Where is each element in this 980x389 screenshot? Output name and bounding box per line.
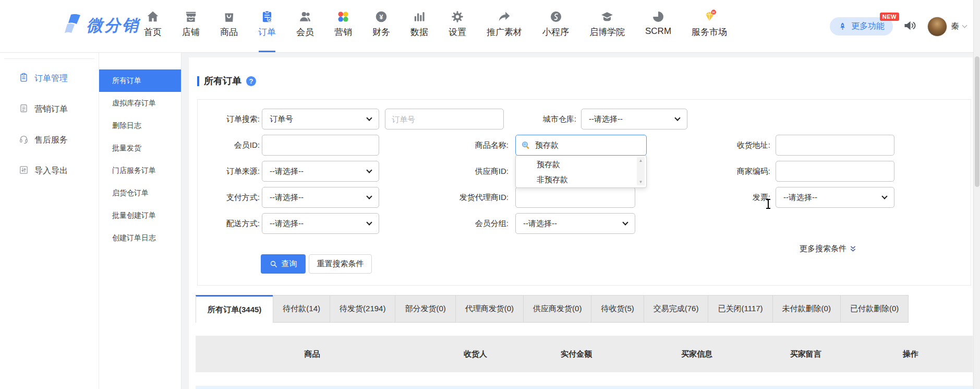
col-actions: 操作 — [849, 349, 973, 359]
tab-completed[interactable]: 交易完成(76) — [644, 295, 709, 323]
dropdown-option-non-prepaid[interactable]: 非预存款 — [516, 172, 646, 187]
nav-item-academy[interactable]: 启博学院 — [589, 7, 625, 38]
nav-item-scrm[interactable]: SCRM — [645, 7, 671, 38]
title-accent-bar — [197, 76, 199, 86]
rocket-icon — [838, 22, 847, 31]
scroll-up-icon[interactable]: ▲ — [639, 158, 643, 163]
pay-method-label: 支付方式: — [197, 187, 260, 208]
member-id-label: 会员ID: — [197, 135, 260, 156]
nav-item-shop[interactable]: 店铺 — [182, 7, 200, 38]
reset-search-button[interactable]: 重置搜索条件 — [309, 254, 372, 274]
finance-icon: ¥ — [374, 7, 388, 23]
logo-mark-icon — [61, 13, 82, 39]
tab-partial-shipment[interactable]: 部分发货(0) — [395, 295, 455, 323]
submenu-sidebar: 所有订单 虚拟库存订单 删除日志 批量发货 门店服务订单 启货仓订单 批量创建订… — [99, 53, 182, 389]
scrollbar-thumb[interactable] — [975, 56, 979, 187]
nav-item-service-market[interactable]: H 服务市场 — [692, 7, 727, 38]
invoice-label: 发票: — [687, 187, 770, 208]
order-source-select[interactable]: --请选择-- — [262, 161, 379, 182]
search-button[interactable]: 查询 — [261, 254, 306, 274]
svg-text:¥: ¥ — [380, 14, 383, 21]
nav-item-home[interactable]: 首页 — [144, 7, 162, 38]
tab-paid-deleted[interactable]: 已付款删除(0) — [840, 295, 909, 323]
tab-agent-shipment[interactable]: 代理商发货(0) — [455, 295, 524, 323]
order-status-tabs: 所有订单(3445) 待付款(14) 待发货(2194) 部分发货(0) 代理商… — [196, 295, 909, 323]
chevron-down-icon — [962, 23, 967, 28]
nav-item-data[interactable]: 数据 — [410, 7, 428, 38]
more-features-button[interactable]: 更多功能 NEW — [830, 17, 893, 36]
nav-item-finance[interactable]: ¥ 财务 — [372, 7, 390, 38]
product-name-dropdown: 预存款 非预存款 ▲ ▼ — [515, 155, 647, 188]
nav-item-marketing[interactable]: 营销 — [334, 7, 352, 38]
promo-material-icon — [498, 7, 511, 23]
svg-text:H: H — [712, 10, 715, 14]
chevron-down-icon — [622, 219, 628, 225]
product-name-input[interactable]: 预存款 — [515, 135, 647, 156]
col-buyer-message: 买家留言 — [763, 349, 849, 359]
nav-item-settings[interactable]: 设置 — [449, 7, 466, 38]
dropdown-option-prepaid[interactable]: 预存款 — [516, 157, 646, 172]
submenu-item-virtual-stock-orders[interactable]: 虚拟库存订单 — [99, 92, 181, 114]
city-warehouse-select[interactable]: --请选择-- — [581, 109, 687, 129]
submenu-item-qihuo-warehouse-orders[interactable]: 启货仓订单 — [99, 182, 181, 204]
sidebar-item-after-sales[interactable]: 售后服务 — [0, 125, 99, 156]
tab-supplier-shipment[interactable]: 供应商发货(0) — [523, 295, 591, 323]
chevron-down-icon — [881, 193, 887, 199]
order-no-field — [385, 109, 504, 129]
ship-agent-id-input[interactable] — [516, 187, 635, 207]
nav-item-mini-program[interactable]: 小程序 — [542, 7, 569, 38]
sidebar-item-marketing-order[interactable]: 营销订单 — [0, 94, 99, 125]
nav-item-order[interactable]: 订单 — [258, 7, 276, 38]
submenu-item-batch-ship[interactable]: 批量发货 — [99, 137, 181, 159]
member-group-select[interactable]: --请选择-- — [515, 213, 635, 234]
academy-icon — [600, 7, 614, 23]
submenu-item-all-orders[interactable]: 所有订单 — [99, 69, 181, 92]
app-logo[interactable]: 微分销 — [61, 13, 140, 39]
search-icon — [521, 140, 531, 150]
nav-item-promo-material[interactable]: 推广素材 — [487, 7, 522, 38]
supplier-id-label: 供应商ID: — [425, 161, 509, 182]
merchant-code-input[interactable] — [776, 161, 894, 181]
nav-item-product[interactable]: 商品 — [220, 7, 238, 38]
order-search-type-select[interactable]: 订单号 — [262, 109, 379, 129]
submenu-item-create-order-log[interactable]: 创建订单日志 — [99, 227, 181, 249]
sidebar-item-order-management[interactable]: 订单管理 — [0, 63, 99, 94]
tab-pending-payment[interactable]: 待付款(14) — [273, 295, 330, 323]
main-content: 所有订单 ? 订单搜索: 订单号 城市仓库: --请选择-- 会员ID: 商品名… — [189, 57, 973, 389]
member-id-input[interactable] — [262, 135, 379, 155]
order-row-top-strip — [196, 386, 973, 389]
tab-pending-receipt[interactable]: 待收货(5) — [591, 295, 644, 323]
import-export-icon — [19, 165, 29, 177]
submenu-item-delete-log[interactable]: 删除日志 — [99, 114, 181, 137]
text-cursor — [768, 199, 769, 208]
scroll-down-icon[interactable]: ▼ — [639, 180, 643, 184]
page-scrollbar[interactable] — [973, 0, 980, 389]
receiver-address-input[interactable] — [776, 135, 894, 155]
delivery-method-select[interactable]: --请选择-- — [262, 213, 379, 234]
invoice-select[interactable]: --请选择-- — [776, 187, 894, 208]
dropdown-scrollbar[interactable]: ▲ ▼ — [637, 157, 645, 185]
tab-pending-shipment[interactable]: 待发货(2194) — [330, 295, 395, 323]
tab-closed[interactable]: 已关闭(1117) — [708, 295, 772, 323]
sidebar-item-import-export[interactable]: 导入导出 — [0, 156, 99, 186]
order-source-label: 订单来源: — [197, 161, 260, 182]
order-admin-screen: 微分销 首页 店铺 商品 订单 会员 — [0, 0, 980, 389]
speaker-icon[interactable] — [903, 18, 917, 35]
page-title-row: 所有订单 ? — [197, 75, 256, 87]
ship-agent-id-label: 发货代理商ID: — [425, 187, 509, 208]
order-no-input[interactable] — [385, 109, 503, 129]
chevron-down-icon — [366, 115, 372, 121]
col-buyer-info: 买家信息 — [631, 349, 763, 359]
product-name-label: 商品名称: — [425, 135, 509, 156]
submenu-item-store-service-orders[interactable]: 门店服务订单 — [99, 159, 181, 182]
tab-unpaid-deleted[interactable]: 未付款删除(0) — [772, 295, 841, 323]
tab-all-orders[interactable]: 所有订单(3445) — [196, 295, 273, 323]
avatar — [927, 17, 947, 37]
user-menu[interactable]: 秦 — [927, 17, 966, 37]
help-icon[interactable]: ? — [246, 76, 256, 86]
nav-item-member[interactable]: 会员 — [296, 7, 314, 38]
page-title: 所有订单 — [204, 75, 241, 87]
more-search-conditions-link[interactable]: 更多搜索条件 — [800, 244, 856, 254]
pay-method-select[interactable]: --请选择-- — [262, 187, 379, 208]
submenu-item-batch-create-orders[interactable]: 批量创建订单 — [99, 204, 181, 227]
